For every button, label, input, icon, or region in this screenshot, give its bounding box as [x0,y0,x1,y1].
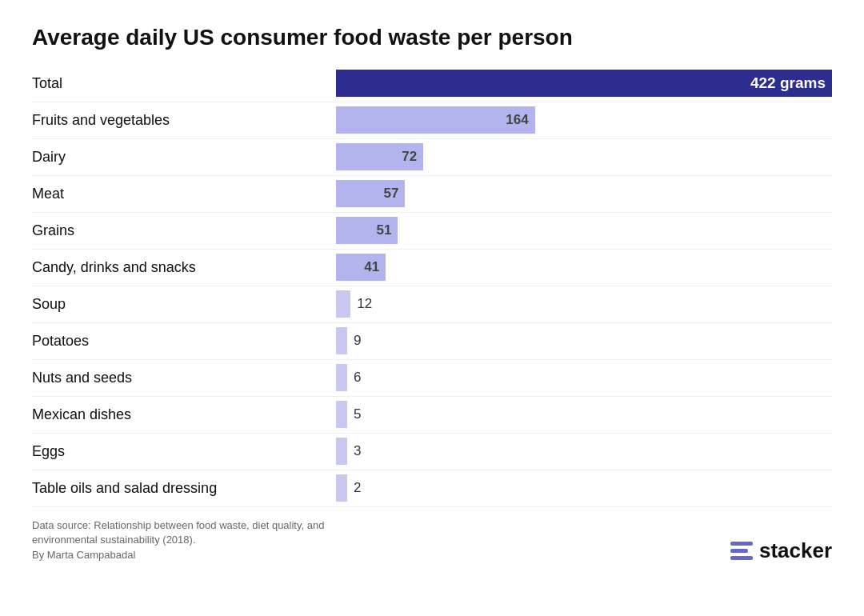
bar-fill [336,474,347,502]
bar-label: Mexican dishes [32,406,336,423]
bar-fill: 72 [336,143,423,170]
stacker-line-1 [730,542,753,546]
bar-value: 422 grams [750,74,826,92]
bar-fill: 41 [336,254,386,281]
bar-label: Grains [32,222,336,239]
stacker-logo: stacker [730,538,832,563]
bar-label: Soup [32,296,336,313]
bar-row: Grains51 [32,213,832,250]
bar-label: Meat [32,186,336,202]
bar-fill [336,327,347,354]
bar-fill [336,290,350,318]
bar-track: 164 [336,106,832,134]
bar-label: Total [32,75,336,92]
bar-track: 72 [336,143,832,170]
bar-track: 3 [336,438,832,465]
bar-track: 51 [336,217,832,244]
bar-track: 2 [336,474,832,502]
bar-row: Candy, drinks and snacks41 [32,250,832,286]
bar-row: Mexican dishes5 [32,397,832,434]
bar-fill: 422 grams [336,70,832,97]
bar-fill: 51 [336,217,398,244]
bar-value-outside: 12 [357,296,372,312]
bar-label: Nuts and seeds [32,370,336,386]
bar-label: Potatoes [32,333,336,350]
bar-track: 9 [336,327,832,354]
bar-fill [336,438,347,465]
bar-label: Candy, drinks and snacks [32,259,336,276]
bar-track: 5 [336,401,832,428]
bar-row: Meat57 [32,176,832,213]
bar-value: 72 [402,149,417,165]
stacker-icon [730,542,753,560]
bar-fill: 57 [336,180,405,207]
bar-row: Nuts and seeds6 [32,360,832,397]
bar-row: Soup12 [32,286,832,323]
bar-track: 57 [336,180,832,207]
bar-value: 51 [376,222,391,238]
bar-track: 41 [336,254,832,281]
bar-track: 422 grams [336,70,832,97]
bar-fill [336,364,347,391]
bar-value-outside: 3 [354,443,361,459]
bar-label: Eggs [32,443,336,460]
bar-track: 6 [336,364,832,391]
bar-value: 57 [384,186,399,202]
bar-row: Table oils and salad dressing2 [32,470,832,507]
bar-label: Dairy [32,149,336,166]
bar-label: Fruits and vegetables [32,112,336,129]
bar-value: 41 [364,259,379,275]
bar-fill: 164 [336,106,535,134]
bar-track: 12 [336,290,832,318]
footer: Data source: Relationship between food w… [32,518,832,564]
bar-row: Potatoes9 [32,323,832,360]
bar-value-outside: 5 [354,406,361,422]
chart-title: Average daily US consumer food waste per… [32,24,832,51]
bar-row: Dairy72 [32,139,832,176]
bar-row: Eggs3 [32,434,832,470]
bar-value-outside: 9 [354,333,361,349]
bar-value-outside: 2 [354,480,361,496]
stacker-line-2 [730,549,748,553]
bar-value-outside: 6 [354,370,361,386]
bar-value: 164 [506,112,528,128]
bar-label: Table oils and salad dressing [32,480,336,497]
bar-row: Fruits and vegetables164 [32,102,832,139]
stacker-line-3 [730,556,753,560]
chart-container: Total422 gramsFruits and vegetables164Da… [32,66,832,507]
bar-fill [336,401,347,428]
stacker-brand-text: stacker [759,538,832,563]
data-source: Data source: Relationship between food w… [32,518,324,564]
bar-row: Total422 grams [32,66,832,102]
